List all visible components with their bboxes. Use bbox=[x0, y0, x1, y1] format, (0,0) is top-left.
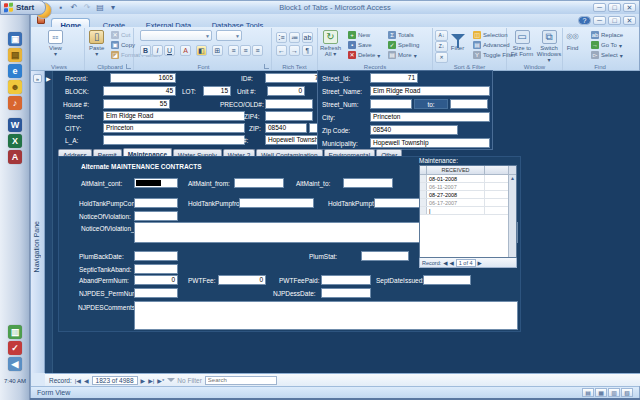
bold-button[interactable]: B bbox=[140, 45, 151, 56]
shutter-open-icon[interactable]: » bbox=[33, 74, 42, 83]
navigation-pane[interactable]: » Navigation Pane bbox=[31, 71, 45, 373]
decrease-indent-button[interactable]: ← bbox=[276, 45, 287, 56]
antivirus-icon[interactable]: ✓ bbox=[8, 341, 22, 355]
subform-column-received[interactable]: RECEIVED bbox=[427, 166, 485, 174]
word-icon[interactable]: W bbox=[8, 118, 22, 132]
row-selector[interactable] bbox=[420, 183, 427, 190]
plumback-field[interactable] bbox=[134, 251, 178, 261]
pwtfee-field[interactable]: 0 bbox=[218, 275, 266, 285]
zip4-field[interactable] bbox=[265, 111, 313, 121]
received-date[interactable]: 08-01-2008 bbox=[427, 175, 485, 182]
font-color-button[interactable]: A bbox=[180, 45, 191, 56]
excel-icon[interactable]: X bbox=[8, 134, 22, 148]
previous-record-button[interactable]: ◀ bbox=[84, 377, 89, 384]
save-record-button[interactable]: ▪Save bbox=[348, 41, 372, 49]
align-left-button[interactable]: ≡ bbox=[228, 45, 239, 56]
numbering-button[interactable]: ≔ bbox=[289, 32, 300, 43]
plumstat-field[interactable] bbox=[361, 251, 409, 261]
paste-button[interactable]: ▯ Paste▾ bbox=[89, 30, 104, 57]
design-view-button[interactable]: ▧ bbox=[621, 388, 633, 397]
refresh-all-button[interactable]: ↻ Refresh All ▾ bbox=[320, 30, 341, 57]
spelling-button[interactable]: ✓Spelling bbox=[388, 41, 419, 49]
filter-button[interactable]: Filter bbox=[450, 30, 465, 51]
selection-button[interactable]: ◫Selection bbox=[473, 31, 508, 39]
subform-row[interactable]: 06-17-2007 bbox=[420, 199, 516, 207]
holdtank-to-field[interactable] bbox=[374, 198, 423, 208]
row-extra-cell[interactable] bbox=[485, 207, 509, 214]
new-record-button[interactable]: +New bbox=[348, 31, 370, 39]
sort-ascending-button[interactable]: A↓ bbox=[435, 30, 448, 41]
street-num-to-field[interactable] bbox=[450, 99, 488, 109]
subform-new-row[interactable]: | bbox=[420, 207, 516, 215]
subform-next-record-button[interactable]: ▶ bbox=[478, 260, 482, 266]
lot-field[interactable]: 15 bbox=[203, 86, 231, 96]
subform-prev-record-button[interactable]: ◀ bbox=[450, 260, 454, 266]
last-record-button[interactable]: ▶| bbox=[148, 377, 154, 384]
city-field[interactable]: Princeton bbox=[103, 123, 245, 133]
access-icon[interactable]: A bbox=[8, 150, 22, 164]
row-extra-cell[interactable] bbox=[485, 175, 509, 182]
cut-button[interactable]: ✕Cut bbox=[111, 31, 130, 39]
subform-select-all[interactable] bbox=[420, 166, 427, 174]
septic-aband-field[interactable] bbox=[134, 264, 178, 274]
abandperm-field[interactable]: 0 bbox=[134, 275, 178, 285]
size-to-fit-button[interactable]: ▭ Size to Fit Form bbox=[509, 30, 535, 57]
row-selector[interactable] bbox=[420, 207, 427, 214]
street-num-field[interactable] bbox=[370, 99, 412, 109]
zip-field[interactable]: 08540 bbox=[265, 123, 307, 133]
holdtank-from-field[interactable] bbox=[239, 198, 314, 208]
more-button[interactable]: ▤More ▾ bbox=[388, 51, 417, 59]
help-icon[interactable]: ? bbox=[578, 16, 591, 25]
subform-first-record-button[interactable]: ◀ bbox=[443, 260, 447, 266]
align-center-button[interactable]: ≡ bbox=[240, 45, 251, 56]
received-date[interactable]: 08-27-2008 bbox=[427, 191, 485, 198]
form-view-button[interactable]: ▤ bbox=[582, 388, 594, 397]
clipboard-dialog-launcher[interactable] bbox=[126, 64, 131, 69]
street-id-field[interactable]: 71 bbox=[370, 73, 418, 83]
paragraph-button[interactable]: ¶ bbox=[302, 45, 313, 56]
subform-column-extra[interactable] bbox=[485, 166, 509, 174]
subform-row[interactable]: 06-11-2007 bbox=[420, 183, 516, 191]
record-selector-bar[interactable]: ▶ bbox=[45, 71, 53, 373]
delete-record-button[interactable]: ✕Delete ▾ bbox=[348, 51, 380, 59]
font-dialog-launcher[interactable] bbox=[264, 64, 269, 69]
totals-button[interactable]: ΣTotals bbox=[388, 31, 414, 39]
clear-sort-button[interactable]: ✕ bbox=[435, 52, 448, 63]
child-restore-button[interactable]: □ bbox=[608, 16, 621, 25]
received-date[interactable]: 06-17-2007 bbox=[427, 199, 485, 206]
row-extra-cell[interactable] bbox=[485, 183, 509, 190]
fill-color-button[interactable]: ◧ bbox=[196, 45, 207, 56]
row-selector[interactable] bbox=[420, 199, 427, 206]
subform-row[interactable]: 08-27-2008 bbox=[420, 191, 516, 199]
preco-field[interactable] bbox=[265, 99, 313, 109]
switch-windows-button[interactable]: ⧉ Switch Windows ▾ bbox=[536, 30, 562, 63]
first-record-button[interactable]: |◀ bbox=[75, 377, 81, 384]
zip-code-field[interactable]: 08540 bbox=[370, 125, 458, 135]
next-record-button[interactable]: ▶ bbox=[141, 377, 146, 384]
network-icon[interactable]: ▥ bbox=[8, 325, 22, 339]
search-input[interactable] bbox=[205, 376, 277, 385]
messenger-icon[interactable]: ☻ bbox=[8, 80, 22, 94]
septdate-field[interactable] bbox=[423, 275, 471, 285]
child-minimize-button[interactable]: ─ bbox=[593, 16, 606, 25]
volume-icon[interactable]: ◀ bbox=[8, 357, 22, 371]
gridlines-button[interactable]: ⊞ bbox=[212, 45, 223, 56]
layout-view-button[interactable]: ▥ bbox=[608, 388, 620, 397]
align-right-button[interactable]: ≡ bbox=[252, 45, 263, 56]
sort-descending-button[interactable]: Z↓ bbox=[435, 41, 448, 52]
highlight-button[interactable]: ab bbox=[302, 32, 313, 43]
subform-row[interactable]: 08-01-2008 bbox=[420, 175, 516, 183]
display-icon[interactable]: ▣ bbox=[8, 32, 22, 46]
njpdes-comments-field[interactable] bbox=[134, 301, 518, 330]
row-extra-cell[interactable] bbox=[485, 199, 509, 206]
view-button[interactable]: ≡≡ View▾ bbox=[48, 30, 63, 57]
altmaint-cont-field[interactable] bbox=[134, 178, 178, 188]
datasheet-view-button[interactable]: ▦ bbox=[595, 388, 607, 397]
child-close-button[interactable]: ✕ bbox=[623, 16, 636, 25]
new-record-nav-button[interactable]: ▶* bbox=[157, 377, 164, 384]
minimize-button[interactable]: ─ bbox=[593, 3, 606, 12]
filter-status[interactable]: No Filter bbox=[167, 377, 202, 384]
njpdes-date-field[interactable] bbox=[321, 288, 371, 298]
altmaint-to-field[interactable] bbox=[343, 178, 393, 188]
pwtfeepaid-field[interactable] bbox=[321, 275, 371, 285]
